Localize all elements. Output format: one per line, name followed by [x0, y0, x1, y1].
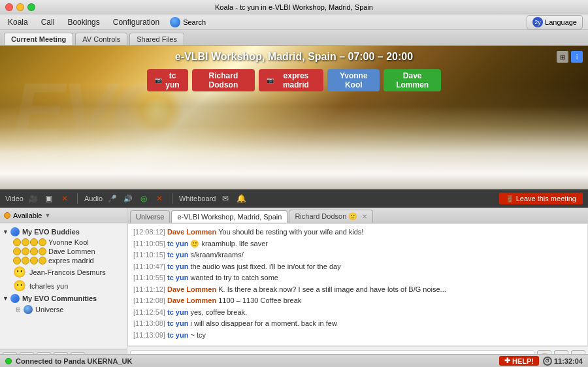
msg-time-1: [11:10:05] — [133, 240, 165, 247]
buddy-tcharles-name: tcharles yun — [29, 282, 68, 290]
msg-sender-2: tc yun — [167, 251, 190, 259]
tab-shared-files-label: Shared Files — [137, 35, 177, 43]
language-button[interactable]: 2y Language — [527, 15, 583, 29]
audio-mic-icon[interactable]: 🎤 — [106, 194, 118, 203]
video-expand-icon[interactable]: ⊞ — [557, 51, 568, 63]
expres-emoji-4 — [39, 257, 46, 264]
close-button[interactable] — [5, 3, 13, 11]
buddies-arrow: ▼ — [3, 229, 8, 235]
universe-label: Universe — [35, 306, 63, 313]
my-evo-buddies-header[interactable]: ▼ My EVO Buddies — [0, 226, 127, 238]
msg-time-9: [11:13:09] — [133, 331, 165, 339]
participant-tc-yun[interactable]: 📷 tc yun — [147, 69, 188, 91]
participant-richard-dodson-label: Richard Dodson — [200, 71, 247, 89]
menu-koala[interactable]: Koala — [5, 16, 31, 28]
chat-tab-evlbi[interactable]: e-VLBI Workshop, Madrid, Spain — [171, 210, 287, 223]
whiteboard-bell-icon[interactable]: 🔔 — [235, 194, 247, 203]
video-x-icon[interactable]: ✕ — [59, 194, 71, 203]
buddy-expres-madrid[interactable]: expres madrid — [0, 256, 127, 265]
bottom-panel: Available ▼ ▼ My EVO Buddies — [0, 208, 588, 367]
status-dot — [4, 212, 10, 219]
participant-yvonne-kool[interactable]: Yvonne Kool — [327, 69, 380, 91]
main-tabbar: Current Meeting AV Controls Shared Files — [0, 30, 588, 46]
participants-row: 📷 tc yun Richard Dodson 📷 expres madrid … — [147, 69, 441, 91]
whiteboard-icon[interactable]: ✉ — [220, 194, 231, 203]
participant-expres-madrid[interactable]: 📷 expres madrid — [259, 69, 323, 91]
chat-tab-universe[interactable]: Universe — [130, 210, 170, 223]
language-icon: 2y — [532, 17, 543, 27]
chat-message-1: [11:10:05] tc yun 🙂 kraamhulp. life save… — [133, 238, 582, 249]
maximize-button[interactable] — [27, 3, 35, 11]
menu-call[interactable]: Call — [39, 16, 57, 28]
buddy-dave-lommen[interactable]: Dave Lommen — [0, 247, 127, 256]
tab-shared-files[interactable]: Shared Files — [129, 33, 184, 45]
video-info-icon[interactable]: i — [571, 51, 583, 63]
buddy-jean-francois[interactable]: 😶 Jean-Francois Desmurs — [0, 265, 127, 279]
msg-body-8: i will also disappear for a moment. back… — [190, 319, 336, 327]
participant-expres-madrid-label: expres madrid — [276, 71, 316, 89]
status-dropdown-arrow[interactable]: ▼ — [44, 212, 50, 219]
my-evo-communities-header[interactable]: ▼ My EVO Communities — [0, 293, 127, 304]
audio-speaker-icon[interactable]: 🔊 — [122, 194, 134, 203]
search-area[interactable]: Search — [170, 17, 206, 27]
menu-bookings[interactable]: Bookings — [65, 16, 102, 28]
msg-time-3: [11:10:47] — [133, 263, 165, 270]
chat-message-5: [11:11:12] Dave Lommen K. Is there a bre… — [133, 284, 582, 295]
msg-time-6: [11:12:08] — [133, 296, 165, 304]
search-icon — [170, 17, 180, 27]
buddy-dave-status-icons — [13, 247, 46, 255]
msg-body-2: s/kraam/kraams/ — [190, 251, 243, 259]
whiteboard-label: Whiteboard — [179, 195, 216, 202]
msg-time-5: [11:11:12] — [133, 285, 165, 293]
buddy-yvonne-kool[interactable]: Yvonne Kool — [0, 238, 127, 247]
universe-expand[interactable]: ⊞ — [16, 306, 21, 313]
msg-body-3: the audio was just fixed. i'll be in/out… — [190, 263, 340, 270]
traffic-lights — [5, 3, 35, 11]
help-button[interactable]: ✚ HELP! — [499, 356, 539, 366]
video-screen-icon[interactable]: ▣ — [43, 194, 55, 203]
universe-icon — [24, 305, 33, 314]
buddy-tcharles-yun[interactable]: 😶 tcharles yun — [0, 279, 127, 293]
clock-icon: ⏱ — [543, 357, 552, 366]
tab-current-meeting-label: Current Meeting — [11, 35, 66, 43]
menu-configuration[interactable]: Configuration — [110, 16, 162, 28]
chat-area: Universe e-VLBI Workshop, Madrid, Spain … — [127, 208, 588, 367]
msg-body-6: 1100 – 1130 Coffee break — [218, 296, 301, 304]
meeting-title: e-VLBI Workshop, Madrid, Spain – 07:00 –… — [175, 51, 413, 63]
buddy-expres-name: expres madrid — [48, 257, 94, 264]
chat-tab-richard-close[interactable]: ✕ — [362, 213, 367, 220]
tab-current-meeting[interactable]: Current Meeting — [4, 33, 73, 45]
msg-body-9: ~ tcy — [190, 331, 206, 339]
buddy-list: ▼ My EVO Buddies Yvonne Kool — [0, 223, 127, 349]
dave-emoji-2 — [22, 247, 29, 255]
audio-headset-icon[interactable]: ◎ — [138, 194, 150, 203]
chat-message-4: [11:10:55] tc yun wanted to try to catch… — [133, 272, 582, 283]
status-text: Available — [13, 212, 42, 219]
msg-body-1: 🙂 kraamhulp. life saver — [190, 240, 268, 247]
chat-tab-richard[interactable]: Richard Dodson 🙂 ✕ — [289, 210, 373, 223]
window-title: Koala - tc yun in e-VLBI Workshop, Madri… — [215, 3, 373, 11]
buddy-status-icons — [13, 238, 46, 246]
msg-body-4: wanted to try to catch some — [190, 274, 278, 281]
dave-emoji-4 — [39, 247, 46, 255]
chat-tab-universe-label: Universe — [136, 213, 164, 221]
audio-x-icon[interactable]: ✕ — [154, 194, 165, 203]
msg-sender-4: tc yun — [167, 274, 190, 281]
community-universe[interactable]: ⊞ Universe — [0, 304, 127, 315]
msg-sender-0: Dave Lommen — [167, 228, 218, 236]
participant-richard-dodson[interactable]: Richard Dodson — [192, 69, 255, 91]
msg-time-8: [11:13:08] — [133, 319, 165, 327]
video-camera-icon[interactable]: 🎥 — [27, 194, 39, 203]
minimize-button[interactable] — [16, 3, 24, 11]
toolbar-sep-2 — [172, 193, 172, 204]
tab-av-controls[interactable]: AV Controls — [75, 33, 127, 45]
participant-dave-lommen[interactable]: Dave Lommen — [384, 69, 441, 91]
menubar: Koala Call Bookings Configuration Search… — [0, 14, 588, 30]
leave-meeting-button[interactable]: 🚪 Leave this meeting — [499, 193, 583, 204]
toolbar-sep-1 — [77, 193, 78, 204]
msg-time-0: [12:08:12] — [133, 228, 165, 236]
language-label: Language — [545, 18, 577, 26]
msg-time-7: [11:12:54] — [133, 308, 165, 316]
sidebar: Available ▼ ▼ My EVO Buddies — [0, 208, 127, 367]
snow-scene — [0, 85, 588, 189]
